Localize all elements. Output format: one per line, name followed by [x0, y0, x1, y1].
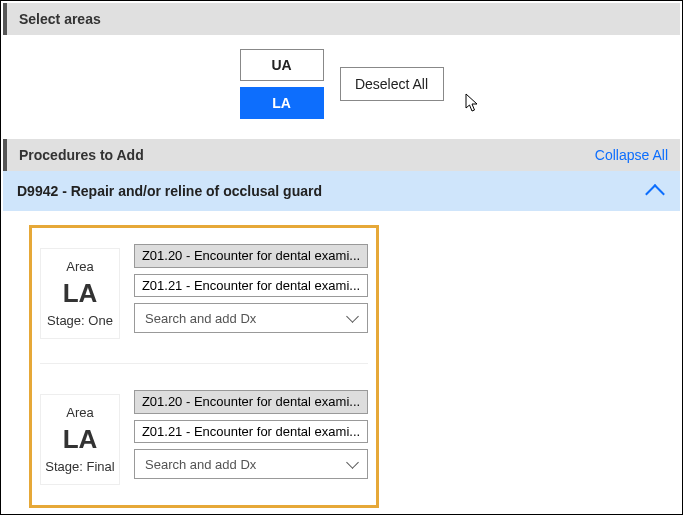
area-card: Area LA Stage: One [40, 248, 120, 339]
procedures-title: Procedures to Add [19, 147, 144, 163]
area-label: Area [45, 405, 115, 420]
dx-column: Z01.20 - Encounter for dental exami... Z… [134, 390, 368, 485]
stage-row-final: Area LA Stage: Final Z01.20 - Encounter … [40, 363, 368, 491]
area-card: Area LA Stage: Final [40, 394, 120, 485]
stage-label: Stage: Final [45, 459, 115, 474]
stage-label: Stage: One [45, 313, 115, 328]
toggle-la[interactable]: LA [240, 87, 324, 119]
area-label: Area [45, 259, 115, 274]
chevron-down-icon [346, 456, 359, 469]
stages-highlight-box: Area LA Stage: One Z01.20 - Encounter fo… [29, 225, 379, 508]
collapse-all-link[interactable]: Collapse All [595, 147, 668, 163]
dx-search-placeholder: Search and add Dx [145, 457, 256, 472]
dx-search-placeholder: Search and add Dx [145, 311, 256, 326]
procedures-header: Procedures to Add Collapse All [3, 139, 680, 171]
select-areas-title: Select areas [19, 11, 101, 27]
chevron-down-icon [346, 310, 359, 323]
stage-row-one: Area LA Stage: One Z01.20 - Encounter fo… [40, 238, 368, 345]
chevron-up-icon [645, 184, 665, 204]
area-select-group: UA LA Deselect All [1, 35, 682, 137]
dx-secondary-pill[interactable]: Z01.21 - Encounter for dental exami... [134, 420, 368, 444]
toggle-ua[interactable]: UA [240, 49, 324, 81]
select-areas-header: Select areas [3, 3, 680, 35]
procedure-label: D9942 - Repair and/or reline of occlusal… [17, 183, 322, 199]
area-toggle-column: UA LA [240, 49, 324, 119]
dx-primary-pill[interactable]: Z01.20 - Encounter for dental exami... [134, 244, 368, 268]
dx-secondary-pill[interactable]: Z01.21 - Encounter for dental exami... [134, 274, 368, 298]
dx-primary-pill[interactable]: Z01.20 - Encounter for dental exami... [134, 390, 368, 414]
dx-search-dropdown[interactable]: Search and add Dx [134, 303, 368, 333]
dx-column: Z01.20 - Encounter for dental exami... Z… [134, 244, 368, 339]
area-code: LA [45, 278, 115, 309]
deselect-all-button[interactable]: Deselect All [340, 67, 444, 101]
area-code: LA [45, 424, 115, 455]
dx-search-dropdown[interactable]: Search and add Dx [134, 449, 368, 479]
procedure-accordion-d9942[interactable]: D9942 - Repair and/or reline of occlusal… [3, 171, 680, 211]
